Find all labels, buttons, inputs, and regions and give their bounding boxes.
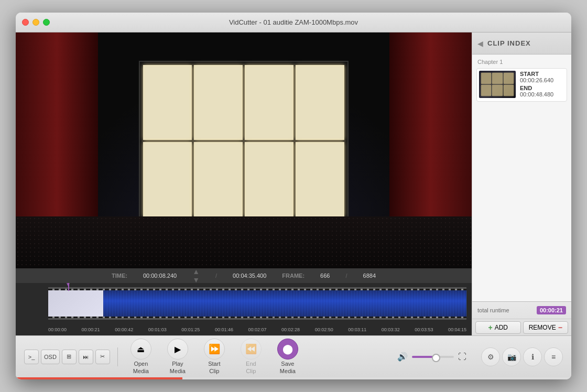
ruler-mark-6: 00:02:07: [248, 327, 266, 332]
progress-bar: [16, 377, 571, 379]
list-button[interactable]: ≡: [544, 347, 563, 366]
ruler-mark-12: 00:04:15: [448, 327, 466, 332]
clip-start-value: 00:00:26.640: [520, 77, 553, 83]
status-bar: TIME: 00:00:08.240 ▲▼ / 00:04:35.400 FRA…: [16, 268, 472, 283]
tool-group-left: >_ OSD ⊞ ⏭ ✂: [24, 350, 110, 364]
start-clip-button[interactable]: ⏩ Start Clip: [199, 336, 230, 376]
main-content: TIME: 00:00:08.240 ▲▼ / 00:04:35.400 FRA…: [16, 32, 571, 335]
ruler-mark-8: 00:02:50: [315, 327, 333, 332]
volume-slider[interactable]: [412, 356, 454, 358]
ruler-mark-7: 00:02:28: [281, 327, 300, 332]
total-runtime-bar: total runtime 00:00:21: [472, 302, 571, 319]
clip-thumbnail: [479, 71, 516, 98]
minimize-button[interactable]: [32, 19, 39, 26]
camera-icon: 📷: [507, 353, 516, 361]
panel-back-button[interactable]: ◀: [477, 39, 483, 48]
clip-entry[interactable]: START 00:00:26.640 END 00:00:48.480: [476, 68, 567, 102]
chapter-label: Chapter 1: [477, 59, 567, 65]
play-media-button[interactable]: ▶ Play Media: [162, 336, 193, 376]
play-icon: ▶: [175, 344, 181, 354]
scissors-icon: ✂: [100, 353, 105, 360]
osd-button[interactable]: OSD: [41, 350, 60, 364]
end-clip-button[interactable]: ⏪ End Clip: [235, 336, 267, 376]
terminal-button[interactable]: >_: [24, 350, 39, 364]
plus-icon: +: [488, 323, 492, 332]
info-button[interactable]: ℹ: [523, 347, 542, 366]
frame-separator: /: [345, 273, 347, 279]
ruler-mark-9: 00:03:11: [348, 327, 366, 332]
play-media-icon: ▶: [167, 339, 188, 360]
start-clip-icon: ⏩: [204, 339, 225, 360]
app-window: VidCutter - 01 auditie ZAM-1000Mbps.mov: [16, 13, 571, 379]
minus-icon: −: [558, 323, 562, 332]
add-clip-button[interactable]: + ADD: [475, 321, 521, 334]
video-area: TIME: 00:00:08.240 ▲▼ / 00:04:35.400 FRA…: [16, 32, 472, 335]
ruler-mark-2: 00:00:42: [115, 327, 133, 332]
end-clip-label: End Clip: [246, 361, 256, 374]
ruler-mark-10: 00:03:32: [382, 327, 400, 332]
right-controls: 🔊 ⛶: [397, 352, 466, 362]
film-audio: [103, 290, 466, 317]
clip-start-row: START 00:00:26.640: [520, 71, 564, 83]
start-clip-label: Start Clip: [208, 361, 220, 374]
open-media-button[interactable]: ⏏ Open Media: [125, 336, 157, 376]
ruler-mark-4: 00:01:25: [181, 327, 200, 332]
skip-button[interactable]: ⏭: [79, 350, 93, 364]
ruler-mark-1: 00:00:21: [82, 327, 100, 332]
time-separator: /: [215, 273, 217, 279]
ruler-mark-5: 00:01:46: [215, 327, 233, 332]
subtitle-button[interactable]: ⊞: [62, 350, 77, 364]
add-remove-bar: + ADD REMOVE −: [472, 319, 571, 335]
toolbar: >_ OSD ⊞ ⏭ ✂ ⏏ Open Media: [16, 335, 571, 377]
list-icon: ≡: [551, 353, 556, 361]
settings-button[interactable]: ⚙: [481, 347, 500, 366]
titlebar: VidCutter - 01 auditie ZAM-1000Mbps.mov: [16, 13, 571, 32]
timeline-area[interactable]: 00:00:00 00:00:21 00:00:42 00:01:03 00:0…: [16, 283, 472, 335]
time-total: 00:04:35.400: [233, 273, 266, 279]
panel-header: ◀ CLIP INDEX: [472, 32, 571, 55]
progress-bar-fill: [16, 377, 182, 379]
open-media-icon: ⏏: [131, 339, 151, 360]
expand-button[interactable]: ⛶: [458, 352, 466, 362]
window-title: VidCutter - 01 auditie ZAM-1000Mbps.mov: [229, 18, 358, 26]
close-button[interactable]: [22, 19, 29, 26]
panel-title: CLIP INDEX: [487, 39, 531, 47]
subtitle-icon: ⊞: [67, 353, 71, 360]
end-clip-icon: ⏪: [241, 339, 262, 360]
clip-end-value: 00:00:48.480: [520, 91, 553, 97]
play-media-label: Play Media: [170, 361, 186, 374]
volume-icon: 🔊: [397, 352, 408, 362]
clip-index-panel: ◀ CLIP INDEX Chapter 1: [472, 32, 571, 335]
gear-icon: ⚙: [487, 353, 494, 361]
frame-label: FRAME:: [282, 273, 305, 279]
film-thumb-0: [48, 290, 103, 317]
ruler-mark-0: 00:00:00: [48, 327, 67, 332]
scissors-button[interactable]: ✂: [95, 350, 110, 364]
panel-footer: total runtime 00:00:21 + ADD REMOVE −: [472, 301, 571, 335]
filmstrip: [48, 287, 466, 320]
clip-end-label: END: [520, 85, 532, 91]
time-current: 00:00:08.240: [143, 273, 177, 279]
separator-1: [117, 347, 118, 366]
timeline-ruler: 00:00:00 00:00:21 00:00:42 00:01:03 00:0…: [48, 324, 466, 335]
time-label: TIME:: [112, 273, 127, 279]
remove-clip-button[interactable]: REMOVE −: [523, 321, 569, 334]
osd-label: OSD: [44, 354, 57, 360]
runtime-label: total runtime: [477, 307, 509, 313]
frame-current: 666: [320, 273, 330, 279]
traffic-lights: [22, 19, 50, 26]
clip-info: START 00:00:26.640 END 00:00:48.480: [520, 71, 564, 99]
add-label: ADD: [495, 324, 508, 331]
save-media-icon: ⬤: [277, 339, 298, 360]
ruler-mark-11: 00:03:53: [415, 327, 433, 332]
camera-button[interactable]: 📷: [502, 347, 521, 366]
timeline-marker[interactable]: [68, 283, 69, 291]
clip-start-label: START: [520, 71, 539, 77]
save-media-button[interactable]: ⬤ Save Media: [272, 336, 303, 376]
eject-icon: ⏏: [137, 344, 145, 354]
skip-icon: ⏭: [83, 354, 89, 360]
tool-group-right: ⚙ 📷 ℹ ≡: [481, 347, 563, 366]
ruler-mark-3: 00:01:03: [148, 327, 167, 332]
maximize-button[interactable]: [43, 19, 50, 26]
video-scene: [16, 32, 472, 268]
